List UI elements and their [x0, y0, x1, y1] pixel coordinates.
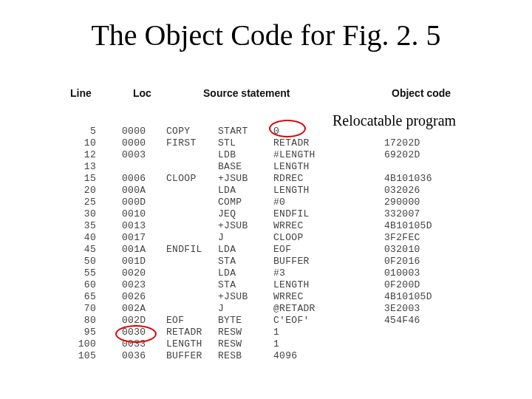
- opcode-value: BYTE: [218, 315, 242, 327]
- opcode-value: STA: [218, 256, 236, 267]
- line-number: 105: [63, 350, 96, 362]
- table-row: 20000ALDALENGTH032026: [70, 185, 491, 197]
- line-number: 45: [63, 244, 96, 256]
- label-value: CLOOP: [166, 173, 197, 185]
- slide: The Object Code for Fig. 2. 5 Relocatabl…: [0, 0, 532, 399]
- table-row: 400017JCLOOP3F2FEC: [70, 232, 491, 244]
- table-row: 300010JEQENDFIL332007: [70, 208, 491, 220]
- opcode-value: LDA: [218, 244, 236, 256]
- line-number: 13: [63, 161, 96, 173]
- loc-value: 000A: [122, 185, 146, 197]
- table-row: 150006CLOOP+JSUBRDREC4B101036: [70, 173, 491, 185]
- operand-value: WRREC: [273, 220, 304, 232]
- loc-value: 0013: [122, 220, 146, 232]
- operand-value: 4096: [273, 350, 297, 362]
- object-code-value: 290000: [384, 197, 420, 208]
- operand-value: C'EOF': [273, 315, 310, 327]
- operand-value: 1: [273, 327, 279, 338]
- opcode-value: +JSUB: [218, 220, 248, 232]
- object-code-value: 032026: [384, 185, 420, 197]
- opcode-value: COMP: [218, 197, 242, 208]
- line-number: 30: [63, 208, 96, 220]
- table-row: 13BASELENGTH: [70, 161, 491, 173]
- line-number: 20: [63, 185, 96, 197]
- operand-value: LENGTH: [273, 185, 310, 197]
- object-code-value: 454F46: [384, 315, 420, 327]
- line-number: 95: [63, 327, 96, 338]
- loc-value: 0017: [122, 232, 146, 244]
- opcode-value: JEQ: [218, 208, 236, 220]
- label-value: BUFFER: [166, 350, 202, 362]
- opcode-value: RESW: [218, 338, 242, 350]
- line-number: 10: [63, 137, 96, 149]
- loc-value: 002A: [122, 303, 146, 315]
- loc-value: 0000: [122, 137, 146, 149]
- opcode-value: +JSUB: [218, 291, 248, 303]
- object-code-value: 3F2FEC: [384, 232, 420, 244]
- operand-value: LENGTH: [273, 279, 310, 291]
- object-code-value: 69202D: [384, 149, 420, 161]
- table-row: 70002AJ@RETADR3E2003: [70, 303, 491, 315]
- object-code-value: 4B10105D: [384, 220, 432, 232]
- line-number: 25: [63, 197, 96, 208]
- opcode-value: START: [218, 126, 248, 137]
- line-number: 80: [63, 315, 96, 327]
- line-number: 60: [63, 279, 96, 291]
- loc-value: 0000: [122, 126, 146, 137]
- label-value: ENDFIL: [166, 244, 202, 256]
- loc-value: 0023: [122, 279, 146, 291]
- object-code-value: 010003: [384, 267, 420, 279]
- operand-value: #LENGTH: [273, 149, 316, 161]
- header-source: Source statement: [203, 87, 290, 99]
- loc-value: 000D: [122, 197, 146, 208]
- opcode-value: BASE: [218, 161, 242, 173]
- label-value: LENGTH: [166, 338, 202, 350]
- operand-value: EOF: [273, 244, 291, 256]
- opcode-value: J: [218, 232, 224, 244]
- object-code-value: 4B10105D: [384, 291, 432, 303]
- table-row: 600023STALENGTH0F200D: [70, 279, 491, 291]
- opcode-value: +JSUB: [218, 173, 248, 185]
- opcode-value: RESW: [218, 327, 242, 338]
- loc-value: 0020: [122, 267, 146, 279]
- opcode-value: LDA: [218, 267, 236, 279]
- operand-value: RDREC: [273, 173, 304, 185]
- opcode-value: STL: [218, 137, 236, 149]
- label-value: FIRST: [166, 137, 197, 149]
- page-title: The Object Code for Fig. 2. 5: [0, 18, 532, 52]
- header-object: Object code: [392, 87, 451, 99]
- operand-value: RETADR: [273, 137, 310, 149]
- red-circle-start-zero: [269, 120, 306, 137]
- object-code-value: 032010: [384, 244, 420, 256]
- loc-value: 001A: [122, 244, 146, 256]
- line-number: 70: [63, 303, 96, 315]
- operand-value: 1: [273, 338, 279, 350]
- operand-value: #0: [273, 197, 285, 208]
- opcode-value: LDA: [218, 185, 236, 197]
- operand-value: WRREC: [273, 291, 304, 303]
- opcode-value: STA: [218, 279, 236, 291]
- loc-value: 0036: [122, 350, 146, 362]
- object-code-value: 0F200D: [384, 279, 420, 291]
- opcode-value: J: [218, 303, 224, 315]
- table-row: 1050036BUFFERRESB4096: [70, 350, 491, 362]
- line-number: 15: [63, 173, 96, 185]
- loc-value: 0026: [122, 291, 146, 303]
- label-value: COPY: [166, 126, 190, 137]
- operand-value: @RETADR: [273, 303, 316, 315]
- object-code-value: 17202D: [384, 137, 420, 149]
- operand-value: CLOOP: [273, 232, 304, 244]
- table-row: 100000FIRSTSTLRETADR17202D: [70, 137, 491, 149]
- table-row: 350013+JSUBWRREC4B10105D: [70, 220, 491, 232]
- line-number: 12: [63, 149, 96, 161]
- label-value: RETADR: [166, 327, 202, 338]
- loc-value: 001D: [122, 256, 146, 267]
- table-row: 25000DCOMP#0290000: [70, 197, 491, 208]
- object-code-value: 332007: [384, 208, 420, 220]
- opcode-value: LDB: [218, 149, 236, 161]
- table-row: 50001DSTABUFFER0F2016: [70, 256, 491, 267]
- loc-value: 0006: [122, 173, 146, 185]
- header-line: Line: [70, 87, 92, 99]
- line-number: 65: [63, 291, 96, 303]
- operand-value: ENDFIL: [273, 208, 310, 220]
